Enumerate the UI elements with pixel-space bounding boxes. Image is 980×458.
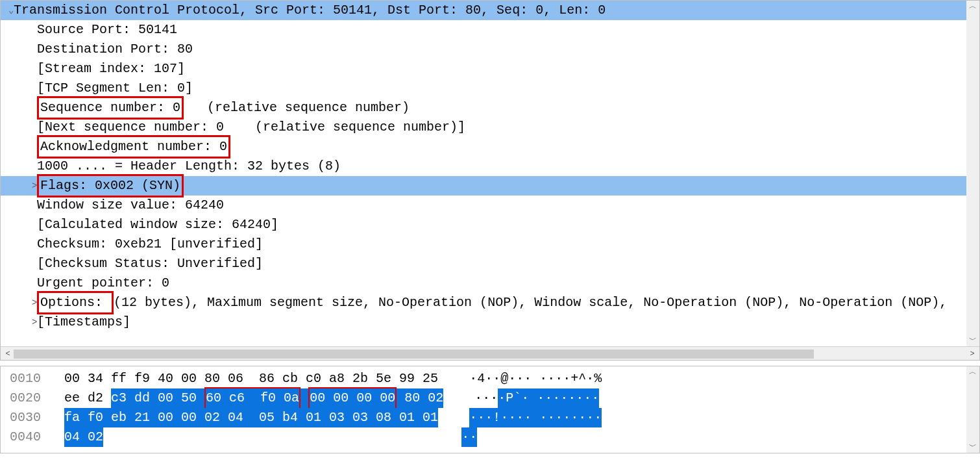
tree-indent (24, 62, 37, 76)
tree-indent (24, 101, 37, 115)
hex-offset: 0010 (10, 369, 41, 388)
hex-offset: 0030 (10, 408, 41, 427)
header-length-row[interactable]: 1000 .... = Header Length: 32 bytes (8) (1, 157, 979, 176)
tree-indent (24, 82, 37, 95)
scroll-right-icon[interactable]: > (966, 348, 978, 360)
hex-gap (300, 388, 308, 408)
segment-len-row[interactable]: [TCP Segment Len: 0] (1, 79, 979, 98)
flags-highlight: Flags: 0x002 (SYN) (37, 174, 184, 197)
tree-indent (24, 160, 37, 173)
vertical-scrollbar[interactable]: ︿ ﹀ (966, 1, 979, 346)
options-highlight: Options: (37, 291, 114, 314)
chevron-right-icon[interactable]: > (24, 179, 37, 193)
tcp-header-row[interactable]: ⌄ Transmission Control Protocol, Src Por… (1, 1, 979, 20)
segment-len-text: [TCP Segment Len: 0] (37, 79, 193, 98)
checksum-status-row[interactable]: [Checksum Status: Unverified] (1, 254, 979, 274)
stream-index-row[interactable]: [Stream index: 107] (1, 59, 979, 79)
hex-selected: c3 dd 00 50 (111, 388, 204, 408)
hex-offset: 0040 (10, 427, 41, 447)
tree-indent (24, 257, 37, 271)
ack-number-row[interactable]: Acknowledgment number: 0 (1, 137, 979, 157)
hex-selected: 04 02 (64, 427, 103, 447)
scroll-up-icon[interactable]: ︿ (967, 366, 979, 378)
hex-row-0010[interactable]: 0010 00 34 ff f9 40 00 80 06 86 cb c0 a8… (10, 369, 966, 388)
tree-indent (24, 199, 37, 212)
header-length-text: 1000 .... = Header Length: 32 bytes (8) (37, 157, 341, 176)
options-tail: (12 bytes), Maximum segment size, No-Ope… (114, 293, 947, 312)
hex-ascii-sel: ·P`· ········ (498, 388, 599, 408)
hex-ascii-pre: ··· (443, 388, 498, 408)
hex-ascii-pre (438, 408, 469, 427)
scroll-up-icon[interactable]: ︿ (967, 1, 979, 12)
chevron-right-icon[interactable]: > (24, 296, 37, 310)
hex-row-0020[interactable]: 0020 ee d2 c3 dd 00 50 60 c6 f0 0a 00 00… (10, 388, 966, 408)
tree-indent (24, 277, 37, 290)
scroll-thumb[interactable] (14, 350, 814, 359)
hex-seq-highlight: 60 c6 f0 0a (204, 387, 300, 409)
tree-indent (24, 121, 37, 134)
next-sequence-text: [Next sequence number: 0 (relative seque… (37, 118, 465, 137)
hex-pre: ee d2 (41, 388, 111, 408)
checksum-row[interactable]: Checksum: 0xeb21 [unverified] (1, 235, 979, 254)
scroll-down-icon[interactable]: ﹀ (967, 441, 979, 453)
options-row[interactable]: > Options: (12 bytes), Maximum segment s… (1, 293, 979, 312)
ack-number-text: Acknowledgment number: 0 (40, 139, 227, 154)
scroll-left-icon[interactable]: < (2, 348, 14, 360)
urgent-pointer-row[interactable]: Urgent pointer: 0 (1, 274, 979, 293)
hex-offset: 0020 (10, 388, 41, 408)
tree-indent (24, 238, 37, 251)
hex-ascii-sel: ···!···· ········ (469, 408, 602, 427)
ack-number-highlight: Acknowledgment number: 0 (37, 135, 230, 159)
hex-row-0030[interactable]: 0030 fa f0 eb 21 00 00 02 04 05 b4 01 03… (10, 408, 966, 427)
horizontal-scrollbar[interactable]: < > (1, 346, 979, 361)
tree-indent (24, 218, 37, 232)
source-port-text: Source Port: 50141 (37, 20, 177, 40)
options-label: Options: (40, 295, 110, 310)
window-size-text: Window size value: 64240 (37, 196, 224, 215)
hex-selected: 80 02 (397, 388, 443, 408)
hex-ack-highlight: 00 00 00 00 (308, 387, 397, 409)
stream-index-text: [Stream index: 107] (37, 59, 185, 79)
sequence-number-tail: (relative sequence number) (184, 98, 410, 118)
next-sequence-row[interactable]: [Next sequence number: 0 (relative seque… (1, 118, 979, 137)
timestamps-text: [Timestamps] (37, 312, 130, 332)
window-size-row[interactable]: Window size value: 64240 (1, 196, 979, 215)
sequence-number-row[interactable]: Sequence number: 0 (relative sequence nu… (1, 98, 979, 118)
hex-area[interactable]: 0010 00 34 ff f9 40 00 80 06 86 cb c0 a8… (1, 366, 966, 447)
scroll-track[interactable] (14, 350, 966, 359)
hex-ascii: ·4··@··· ····+^·% (438, 369, 602, 388)
hex-bytes: 00 34 ff f9 40 00 80 06 86 cb c0 a8 2b 5… (41, 369, 438, 388)
hex-pre (41, 427, 64, 447)
chevron-right-icon[interactable]: > (24, 316, 37, 329)
hex-selected: fa f0 eb 21 00 00 02 04 05 b4 01 03 03 0… (64, 408, 438, 427)
flags-row[interactable]: > Flags: 0x002 (SYN) (1, 176, 979, 196)
packet-details-pane: ⌄ Transmission Control Protocol, Src Por… (0, 0, 980, 361)
destination-port-row[interactable]: Destination Port: 80 (1, 40, 979, 59)
calculated-window-text: [Calculated window size: 64240] (37, 215, 278, 235)
checksum-status-text: [Checksum Status: Unverified] (37, 254, 263, 274)
sequence-number-highlight: Sequence number: 0 (37, 96, 184, 120)
sequence-number-text: Sequence number: 0 (40, 100, 180, 115)
urgent-pointer-text: Urgent pointer: 0 (37, 274, 169, 293)
hex-ascii-pre (103, 427, 461, 447)
scroll-down-icon[interactable]: ﹀ (967, 335, 979, 346)
tree-indent (24, 23, 37, 37)
flags-text: Flags: 0x002 (SYN) (40, 178, 180, 193)
hex-dump-pane: 0010 00 34 ff f9 40 00 80 06 86 cb c0 a8… (0, 366, 980, 453)
tree-indent (24, 43, 37, 57)
tree-area[interactable]: ⌄ Transmission Control Protocol, Src Por… (1, 1, 979, 346)
calculated-window-row[interactable]: [Calculated window size: 64240] (1, 215, 979, 235)
checksum-text: Checksum: 0xeb21 [unverified] (37, 235, 263, 254)
hex-row-0040[interactable]: 0040 04 02 ·· (10, 427, 966, 447)
tcp-header-text: Transmission Control Protocol, Src Port:… (14, 1, 606, 20)
hex-ascii-sel: ·· (461, 427, 477, 447)
chevron-down-icon[interactable]: ⌄ (1, 4, 14, 18)
destination-port-text: Destination Port: 80 (37, 40, 193, 59)
hex-pre (41, 408, 64, 427)
timestamps-row[interactable]: > [Timestamps] (1, 312, 979, 332)
vertical-scrollbar[interactable]: ︿ ﹀ (966, 366, 979, 453)
tree-indent (24, 140, 37, 154)
source-port-row[interactable]: Source Port: 50141 (1, 20, 979, 40)
